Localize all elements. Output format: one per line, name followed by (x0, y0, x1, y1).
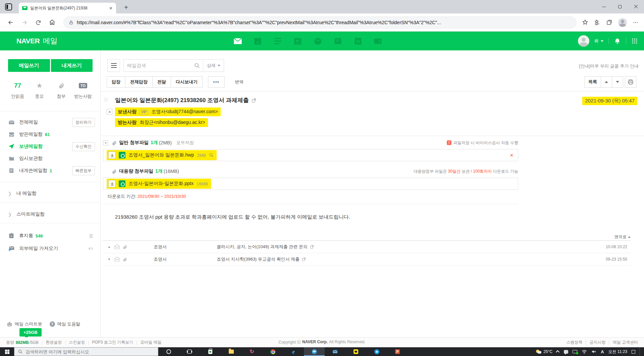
collections-icon[interactable] (606, 19, 612, 26)
back-to-list-button[interactable]: 목록 (584, 76, 601, 88)
next-mail-button[interactable] (612, 76, 623, 88)
search-detail-dropdown[interactable]: 상세 (203, 59, 224, 72)
sync-app-button[interactable]: ↻ (241, 347, 262, 356)
pop3-log-link[interactable]: POP3 로그인 기록보기 (92, 340, 133, 345)
search-icon[interactable] (194, 63, 200, 69)
sidebar-item-to-me[interactable]: 내게쓴메일함 1 빠른첨부 (0, 165, 100, 177)
calendar-service-icon[interactable]: 31 (253, 36, 263, 46)
naver-mail-logo[interactable]: NAVER 메일 (16, 36, 57, 46)
profile-avatar[interactable] (578, 35, 589, 47)
spam-policy-link[interactable]: 스팸정책 (566, 340, 582, 345)
filter-important[interactable]: ★ 중요 (29, 81, 50, 99)
sidebar-item-my-mailbox[interactable]: ❯ 내 메일함 (0, 187, 100, 200)
browser-tab[interactable]: 일본어와 일본문화(2497) 21938 ✕ (19, 3, 116, 13)
sidebar-item-drafts[interactable]: 임시보관함 (0, 152, 100, 165)
thread-expand-icon[interactable]: ▼ (103, 258, 114, 261)
mail-help-link[interactable]: ? 메일 도움말 (50, 321, 80, 327)
write-to-me-button[interactable]: 내게쓰기 (51, 59, 93, 72)
forward-icon[interactable] (20, 18, 29, 27)
display-tray-icon[interactable] (573, 350, 577, 353)
sidebar-item-external-mail[interactable]: 외부메일 가져오기 (0, 242, 100, 255)
volume-muted-icon[interactable] (591, 349, 596, 354)
compose-button[interactable]: 메일쓰기 (8, 59, 50, 72)
attachment-row-pptx[interactable]: 조영서-일본어와-일본문화.pptx 16MB (103, 178, 518, 190)
show-desktop-button[interactable] (640, 347, 641, 356)
forward-button[interactable]: 전달 (153, 76, 171, 88)
home-icon[interactable] (47, 18, 57, 27)
filter-attachment[interactable]: 첨부 (50, 81, 72, 99)
office-service-icon[interactable]: W (353, 36, 363, 46)
internet-explorer-button[interactable]: e (283, 347, 304, 356)
save-all-button[interactable]: 모두저장 (176, 140, 194, 146)
prev-mail-button[interactable] (601, 76, 612, 88)
tray-expand-icon[interactable] (556, 350, 559, 354)
minimize-button[interactable] (596, 0, 612, 13)
mail-smartbot-link[interactable]: 메일 스마트봇 (7, 321, 42, 327)
filter-to-me[interactable]: TO 받는사람 (72, 81, 94, 99)
chrome-button[interactable] (262, 347, 283, 356)
download-button[interactable] (108, 180, 116, 187)
profile-menu[interactable]: 롸 (594, 38, 603, 44)
to-address[interactable]: 최장근<nihonbu@daegu.ac.kr> (140, 120, 205, 126)
empty-trash-icon[interactable] (89, 233, 94, 238)
sidebar-item-sent[interactable]: 보낸메일함 수신확인 (0, 140, 100, 152)
kakaotalk-button[interactable] (345, 347, 366, 356)
sidebar-item-inbox[interactable]: 받은메일함 61 (0, 128, 100, 140)
tv-service-icon[interactable] (373, 36, 383, 46)
chat-tray-icon[interactable] (564, 350, 568, 354)
file-explorer-button[interactable] (221, 347, 241, 356)
sidebar-item-smart-mailbox[interactable]: ❯ 스마트메일함 (0, 208, 100, 221)
sender-collapse-button[interactable] (107, 109, 112, 115)
receipt-check-button[interactable]: 수신확인 (72, 142, 95, 151)
quick-attach-button[interactable]: 빠른첨부 (72, 166, 95, 175)
task-view-button[interactable] (179, 347, 200, 356)
notification-center-icon[interactable] (632, 350, 635, 354)
related-mail-row[interactable]: ▼ 조영서 조영서 지사학(3963) 유고결석 확인서 제출 09-23 15… (103, 253, 631, 266)
resend-button[interactable]: 다시보내기 (171, 76, 203, 88)
notice-link[interactable]: 공지사항 (590, 340, 606, 345)
contacts-service-icon[interactable] (293, 36, 303, 46)
related-subject[interactable]: 클라시카, 공자, 논어(1049) 과제제출 관련 문의 (217, 244, 314, 250)
box-service-icon[interactable] (313, 36, 323, 46)
messenger-app-button[interactable] (366, 347, 387, 356)
maximize-button[interactable] (612, 0, 628, 13)
powerpoint-button[interactable] (387, 347, 408, 356)
taskbar-search[interactable] (14, 347, 158, 356)
subject-star-icon[interactable]: ☆ (103, 96, 109, 103)
weather-widget[interactable]: 25°C (536, 349, 552, 354)
attachment-row-hwp[interactable]: 조영서_일본어와 일본문화.hwp 2MB ✕ (103, 149, 518, 161)
sidebar-item-all-mail[interactable]: 전체메일 정리하기 (0, 116, 100, 128)
tab-actions-icon[interactable] (5, 3, 12, 10)
translate-button[interactable]: 번역 (235, 79, 244, 85)
mail-app-button[interactable] (325, 347, 345, 356)
attachment-filename[interactable]: 조영서-일본어와-일본문화.pptx (128, 181, 194, 187)
mail-service-icon[interactable] (233, 36, 243, 46)
add-favorite-icon[interactable] (582, 19, 588, 26)
cortana-button[interactable] (158, 347, 179, 356)
clock[interactable]: 오전 11:23 (608, 349, 627, 355)
blog-service-icon[interactable] (333, 36, 343, 46)
download-button[interactable] (108, 151, 116, 159)
related-mail-row[interactable]: ▲ 조영서 클라시카, 공자, 논어(1049) 과제제출 관련 문의 10-0… (103, 241, 631, 253)
mobile-mail-link[interactable]: 모바일 메일 (140, 340, 161, 345)
thread-collapse-icon[interactable]: ▲ (103, 245, 114, 249)
support-link[interactable]: 메일 고객센터 (613, 340, 638, 345)
external-link-icon[interactable] (302, 257, 306, 261)
font-notice[interactable]: [안내]마루 부리 글꼴 추가 안내 (579, 63, 639, 69)
start-button[interactable] (0, 347, 14, 356)
sidebar-item-trash[interactable]: 휴지통 546 (0, 230, 100, 242)
attachment-collapse-button[interactable] (103, 140, 108, 145)
folder-list-toggle-button[interactable] (107, 59, 120, 72)
more-actions-button[interactable]: ••• (208, 76, 225, 88)
preview-icon[interactable] (209, 153, 214, 158)
browser-profile-avatar[interactable] (618, 18, 627, 27)
browser-menu-icon[interactable] (633, 19, 639, 26)
store-button[interactable] (200, 347, 221, 356)
back-to-top-link[interactable]: 맨위로 (614, 234, 631, 240)
filter-unread[interactable]: 77 안읽음 (7, 81, 29, 99)
notification-bell-icon[interactable] (614, 38, 621, 45)
external-link-icon[interactable] (252, 98, 256, 103)
reply-button[interactable]: 답장 (107, 76, 125, 88)
related-subject[interactable]: 조영서 지사학(3963) 유고결석 확인서 제출 (217, 256, 306, 262)
close-button[interactable] (628, 0, 644, 13)
